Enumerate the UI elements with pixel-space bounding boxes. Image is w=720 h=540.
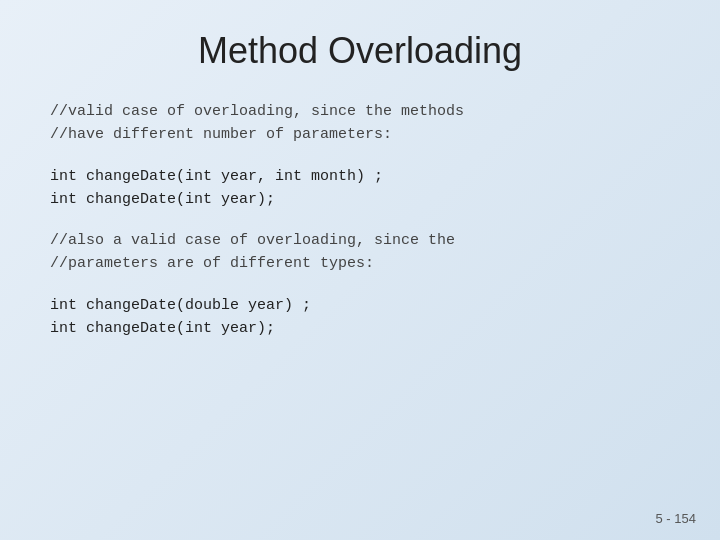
- comment-line-3: //also a valid case of overloading, sinc…: [50, 229, 670, 252]
- comment-line-1: //valid case of overloading, since the m…: [50, 100, 670, 123]
- code-line-4: int changeDate(int year);: [50, 317, 670, 340]
- code-block-4: int changeDate(double year) ; int change…: [50, 294, 670, 341]
- code-line-3: int changeDate(double year) ;: [50, 294, 670, 317]
- slide-title: Method Overloading: [50, 30, 670, 72]
- code-line-2: int changeDate(int year);: [50, 188, 670, 211]
- code-block-1: //valid case of overloading, since the m…: [50, 100, 670, 147]
- comment-line-4: //parameters are of different types:: [50, 252, 670, 275]
- page-number: 5 - 154: [656, 511, 696, 526]
- slide: Method Overloading //valid case of overl…: [0, 0, 720, 540]
- code-block-2: int changeDate(int year, int month) ; in…: [50, 165, 670, 212]
- code-block-3: //also a valid case of overloading, sinc…: [50, 229, 670, 276]
- code-line-1: int changeDate(int year, int month) ;: [50, 165, 670, 188]
- comment-line-2: //have different number of parameters:: [50, 123, 670, 146]
